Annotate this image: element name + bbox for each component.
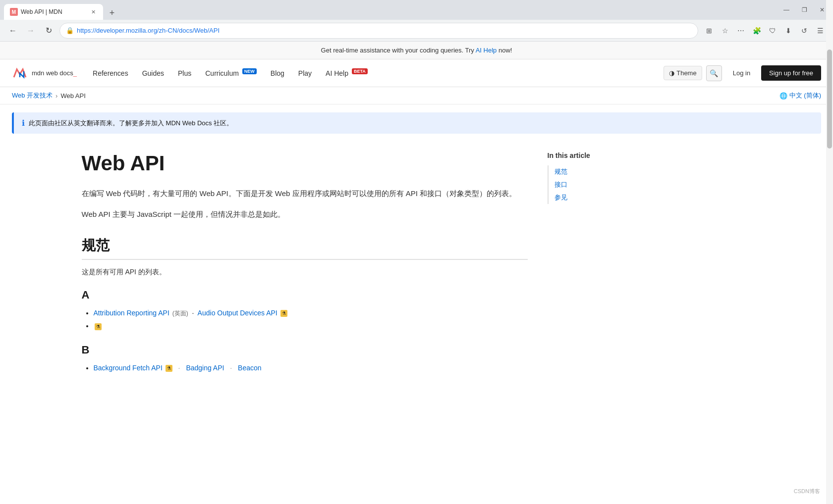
experimental-icon-1: ⚗ (280, 310, 287, 317)
browser-toolbar: ← → ↻ 🔒 https://developer.mozilla.org/zh… (0, 20, 833, 42)
nav-play[interactable]: Play (292, 65, 318, 81)
breadcrumb: Web 开发技术 › Web API 🌐 中文 (简体) (0, 87, 833, 104)
menu-icon[interactable]: ☰ (813, 24, 827, 38)
section-specs-heading: 规范 (82, 236, 528, 260)
nav-plus[interactable]: Plus (172, 65, 197, 81)
tab-close-button[interactable]: ✕ (89, 8, 97, 16)
main-layout: Web API 在编写 Web 代码时，有大量可用的 Web API。下面是开发… (70, 142, 764, 397)
toolbar-actions: ⊞ ☆ ⋯ 🧩 🛡 ⬇ ↺ ☰ (702, 24, 827, 38)
breadcrumb-current: Web API (60, 92, 85, 100)
api-list-a: Attribution Reporting API (英面) · Audio O… (82, 307, 528, 332)
badging-api-link[interactable]: Badging API (186, 364, 224, 372)
block-icon[interactable]: 🛡 (766, 24, 779, 38)
search-field[interactable]: 🔍 (706, 65, 722, 81)
ai-help-banner-link[interactable]: AI Help (476, 47, 499, 54)
mdn-nav: mdn web docs_ References Guides Plus Cur… (0, 59, 833, 87)
signup-button[interactable]: Sign up for free (761, 65, 821, 81)
tab-bar: M Web API | MDN ✕ + (4, 0, 119, 20)
list-item: Attribution Reporting API (英面) · Audio O… (94, 307, 528, 318)
experimental-icon-2: ⚗ (95, 323, 102, 330)
curriculum-badge: NEW (242, 68, 257, 74)
section-specs-desc: 这是所有可用 API 的列表。 (82, 268, 528, 277)
bookmark-icon[interactable]: ☆ (718, 24, 732, 38)
nav-links: References Guides Plus Curriculum NEW Bl… (87, 65, 664, 81)
lang-note: (英面) (172, 310, 188, 317)
list-item: ⚗ (94, 320, 528, 331)
article-desc-2: Web API 主要与 JavaScript 一起使用，但情况并非总是如此。 (82, 208, 528, 221)
list-separator-2: · (230, 364, 232, 372)
top-banner: Get real-time assistance with your codin… (0, 42, 833, 59)
breadcrumb-parent[interactable]: Web 开发技术 (12, 91, 53, 100)
toc-sidebar: In this article 规范 接口 参见 (548, 151, 657, 377)
mdn-logo-text: mdn web docs_ (32, 69, 77, 77)
scrollbar-thumb[interactable] (827, 50, 832, 149)
titlebar-controls: — ❐ ✕ (779, 3, 829, 17)
toc-item-specs[interactable]: 规范 (555, 165, 657, 178)
browser-tab[interactable]: M Web API | MDN ✕ (4, 4, 103, 20)
translation-text: 此页面由社区从英文翻译而来。了解更多并加入 MDN Web Docs 社区。 (29, 119, 233, 128)
globe-icon: 🌐 (779, 92, 787, 100)
nav-curriculum[interactable]: Curriculum NEW (199, 65, 263, 81)
window-minimize-button[interactable]: — (779, 3, 793, 17)
translation-banner: ℹ 此页面由社区从英文翻译而来。了解更多并加入 MDN Web Docs 社区。 (12, 112, 821, 134)
address-bar[interactable]: 🔒 https://developer.mozilla.org/zh-CN/do… (59, 23, 698, 39)
nav-references[interactable]: References (87, 65, 134, 81)
banner-text: Get real-time assistance with your codin… (321, 47, 476, 54)
theme-button[interactable]: ◑ Theme (664, 66, 702, 80)
background-fetch-api-link[interactable]: Background Fetch API (94, 364, 163, 372)
nav-guides[interactable]: Guides (136, 65, 170, 81)
more-options-icon[interactable]: ⋯ (734, 24, 748, 38)
browser-frame: M Web API | MDN ✕ + — ❐ ✕ ← → ↻ 🔒 https:… (0, 0, 833, 504)
tab-title: Web API | MDN (21, 8, 86, 15)
info-icon: ℹ (22, 118, 25, 128)
extensions-icon[interactable]: 🧩 (750, 24, 764, 38)
reload-button[interactable]: ↻ (42, 24, 56, 38)
login-button[interactable]: Log in (726, 66, 757, 80)
banner-text-after: now! (499, 47, 512, 54)
back-button[interactable]: ← (6, 24, 20, 38)
theme-icon: ◑ (669, 69, 674, 77)
article-title: Web API (82, 151, 528, 175)
language-selector[interactable]: 🌐 中文 (简体) (779, 91, 821, 100)
mdn-logo-icon (12, 64, 30, 82)
letter-a-heading: A (82, 289, 528, 302)
mdn-logo[interactable]: mdn web docs_ (12, 64, 77, 82)
nav-blog[interactable]: Blog (265, 65, 290, 81)
api-list-b: Background Fetch API ⚗ · Badging API · B… (82, 362, 528, 373)
article-content: Web API 在编写 Web 代码时，有大量可用的 Web API。下面是开发… (82, 151, 528, 377)
new-tab-button[interactable]: + (105, 6, 119, 20)
ai-help-badge: BETA (352, 68, 368, 74)
watermark: CSDN博客 (791, 487, 823, 496)
undo-icon[interactable]: ↺ (797, 24, 811, 38)
nav-ai-help[interactable]: AI Help BETA (320, 65, 374, 81)
window-restore-button[interactable]: ❐ (797, 3, 811, 17)
breadcrumb-separator: › (56, 92, 57, 100)
toc-title: In this article (548, 151, 657, 159)
beacon-link[interactable]: Beacon (238, 364, 261, 372)
letter-b-heading: B (82, 344, 528, 356)
security-lock-icon: 🔒 (66, 27, 74, 34)
url-text: https://developer.mozilla.org/zh-CN/docs… (77, 27, 692, 34)
scrollbar-track[interactable] (826, 0, 833, 504)
audio-output-devices-api-link[interactable]: Audio Output Devices API (198, 309, 278, 317)
forward-button[interactable]: → (24, 24, 38, 38)
experimental-icon-3: ⚗ (166, 365, 172, 372)
list-item: Background Fetch API ⚗ · Badging API · B… (94, 362, 528, 373)
download-icon[interactable]: ⬇ (781, 24, 795, 38)
toc-item-seealso[interactable]: 参见 (555, 191, 657, 204)
translate-icon[interactable]: ⊞ (702, 24, 716, 38)
page-content: Get real-time assistance with your codin… (0, 42, 833, 504)
tab-favicon: M (10, 8, 18, 16)
toc-item-interfaces[interactable]: 接口 (555, 178, 657, 191)
separator: · (192, 309, 194, 317)
list-separator-1: · (178, 364, 180, 372)
article-desc-1: 在编写 Web 代码时，有大量可用的 Web API。下面是开发 Web 应用程… (82, 187, 528, 200)
toc-items: 规范 接口 参见 (548, 165, 657, 204)
attribution-reporting-api-link[interactable]: Attribution Reporting API (94, 309, 169, 317)
search-icon: 🔍 (710, 69, 718, 77)
nav-right: ◑ Theme 🔍 Log in Sign up for free (664, 65, 821, 81)
browser-titlebar: M Web API | MDN ✕ + — ❐ ✕ (0, 0, 833, 20)
